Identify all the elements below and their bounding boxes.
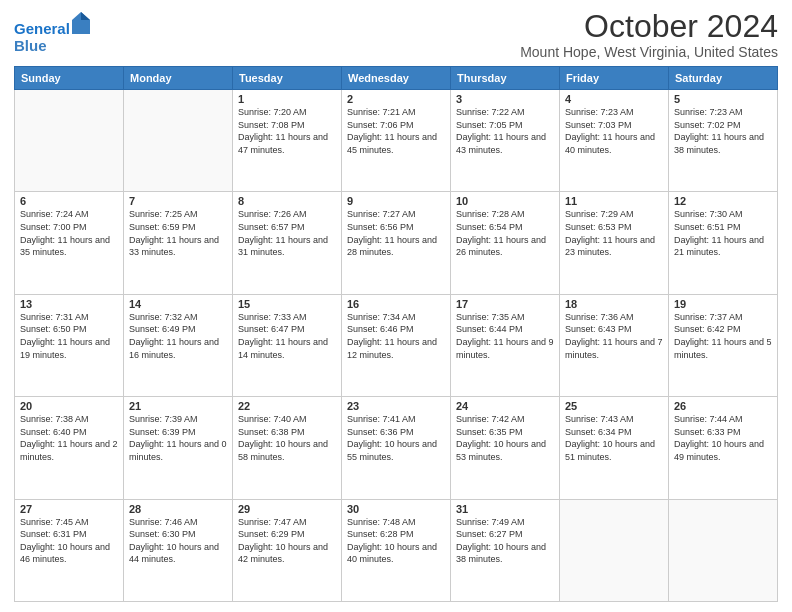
day-info: Sunrise: 7:32 AM Sunset: 6:49 PM Dayligh… [129, 311, 227, 361]
day-cell [15, 90, 124, 192]
day-number: 27 [20, 503, 118, 515]
day-info: Sunrise: 7:39 AM Sunset: 6:39 PM Dayligh… [129, 413, 227, 463]
day-info: Sunrise: 7:23 AM Sunset: 7:03 PM Dayligh… [565, 106, 663, 156]
day-cell [669, 499, 778, 601]
week-row-4: 20Sunrise: 7:38 AM Sunset: 6:40 PM Dayli… [15, 397, 778, 499]
day-cell: 29Sunrise: 7:47 AM Sunset: 6:29 PM Dayli… [233, 499, 342, 601]
logo-general: General [14, 20, 70, 37]
day-number: 1 [238, 93, 336, 105]
logo-text: GeneralBlue [14, 14, 90, 54]
day-cell: 11Sunrise: 7:29 AM Sunset: 6:53 PM Dayli… [560, 192, 669, 294]
day-cell: 5Sunrise: 7:23 AM Sunset: 7:02 PM Daylig… [669, 90, 778, 192]
day-cell: 4Sunrise: 7:23 AM Sunset: 7:03 PM Daylig… [560, 90, 669, 192]
day-info: Sunrise: 7:47 AM Sunset: 6:29 PM Dayligh… [238, 516, 336, 566]
day-info: Sunrise: 7:38 AM Sunset: 6:40 PM Dayligh… [20, 413, 118, 463]
day-cell: 22Sunrise: 7:40 AM Sunset: 6:38 PM Dayli… [233, 397, 342, 499]
day-cell: 21Sunrise: 7:39 AM Sunset: 6:39 PM Dayli… [124, 397, 233, 499]
day-info: Sunrise: 7:43 AM Sunset: 6:34 PM Dayligh… [565, 413, 663, 463]
day-info: Sunrise: 7:30 AM Sunset: 6:51 PM Dayligh… [674, 208, 772, 258]
day-number: 28 [129, 503, 227, 515]
col-header-sunday: Sunday [15, 67, 124, 90]
day-cell: 31Sunrise: 7:49 AM Sunset: 6:27 PM Dayli… [451, 499, 560, 601]
day-number: 17 [456, 298, 554, 310]
day-number: 26 [674, 400, 772, 412]
calendar-title: October 2024 [520, 10, 778, 42]
day-number: 8 [238, 195, 336, 207]
col-header-friday: Friday [560, 67, 669, 90]
calendar-header-row: SundayMondayTuesdayWednesdayThursdayFrid… [15, 67, 778, 90]
day-info: Sunrise: 7:29 AM Sunset: 6:53 PM Dayligh… [565, 208, 663, 258]
day-number: 10 [456, 195, 554, 207]
day-info: Sunrise: 7:46 AM Sunset: 6:30 PM Dayligh… [129, 516, 227, 566]
day-number: 7 [129, 195, 227, 207]
day-cell [560, 499, 669, 601]
day-cell: 30Sunrise: 7:48 AM Sunset: 6:28 PM Dayli… [342, 499, 451, 601]
day-number: 2 [347, 93, 445, 105]
week-row-1: 1Sunrise: 7:20 AM Sunset: 7:08 PM Daylig… [15, 90, 778, 192]
day-info: Sunrise: 7:22 AM Sunset: 7:05 PM Dayligh… [456, 106, 554, 156]
day-number: 31 [456, 503, 554, 515]
day-cell: 14Sunrise: 7:32 AM Sunset: 6:49 PM Dayli… [124, 294, 233, 396]
day-cell: 23Sunrise: 7:41 AM Sunset: 6:36 PM Dayli… [342, 397, 451, 499]
day-cell: 10Sunrise: 7:28 AM Sunset: 6:54 PM Dayli… [451, 192, 560, 294]
day-info: Sunrise: 7:28 AM Sunset: 6:54 PM Dayligh… [456, 208, 554, 258]
day-info: Sunrise: 7:34 AM Sunset: 6:46 PM Dayligh… [347, 311, 445, 361]
day-info: Sunrise: 7:20 AM Sunset: 7:08 PM Dayligh… [238, 106, 336, 156]
day-info: Sunrise: 7:45 AM Sunset: 6:31 PM Dayligh… [20, 516, 118, 566]
day-number: 13 [20, 298, 118, 310]
logo-blue: Blue [14, 37, 47, 54]
week-row-5: 27Sunrise: 7:45 AM Sunset: 6:31 PM Dayli… [15, 499, 778, 601]
week-row-2: 6Sunrise: 7:24 AM Sunset: 7:00 PM Daylig… [15, 192, 778, 294]
day-info: Sunrise: 7:26 AM Sunset: 6:57 PM Dayligh… [238, 208, 336, 258]
day-cell: 2Sunrise: 7:21 AM Sunset: 7:06 PM Daylig… [342, 90, 451, 192]
day-info: Sunrise: 7:21 AM Sunset: 7:06 PM Dayligh… [347, 106, 445, 156]
day-cell: 15Sunrise: 7:33 AM Sunset: 6:47 PM Dayli… [233, 294, 342, 396]
day-cell: 24Sunrise: 7:42 AM Sunset: 6:35 PM Dayli… [451, 397, 560, 499]
col-header-saturday: Saturday [669, 67, 778, 90]
day-number: 16 [347, 298, 445, 310]
day-cell: 8Sunrise: 7:26 AM Sunset: 6:57 PM Daylig… [233, 192, 342, 294]
day-cell: 6Sunrise: 7:24 AM Sunset: 7:00 PM Daylig… [15, 192, 124, 294]
day-info: Sunrise: 7:33 AM Sunset: 6:47 PM Dayligh… [238, 311, 336, 361]
day-cell [124, 90, 233, 192]
day-number: 11 [565, 195, 663, 207]
day-info: Sunrise: 7:23 AM Sunset: 7:02 PM Dayligh… [674, 106, 772, 156]
logo-icon [72, 12, 90, 34]
day-cell: 27Sunrise: 7:45 AM Sunset: 6:31 PM Dayli… [15, 499, 124, 601]
day-number: 5 [674, 93, 772, 105]
day-info: Sunrise: 7:49 AM Sunset: 6:27 PM Dayligh… [456, 516, 554, 566]
day-info: Sunrise: 7:31 AM Sunset: 6:50 PM Dayligh… [20, 311, 118, 361]
calendar-table: SundayMondayTuesdayWednesdayThursdayFrid… [14, 66, 778, 602]
day-cell: 18Sunrise: 7:36 AM Sunset: 6:43 PM Dayli… [560, 294, 669, 396]
day-cell: 12Sunrise: 7:30 AM Sunset: 6:51 PM Dayli… [669, 192, 778, 294]
page: GeneralBlue October 2024 Mount Hope, Wes… [0, 0, 792, 612]
day-info: Sunrise: 7:35 AM Sunset: 6:44 PM Dayligh… [456, 311, 554, 361]
day-number: 20 [20, 400, 118, 412]
day-cell: 3Sunrise: 7:22 AM Sunset: 7:05 PM Daylig… [451, 90, 560, 192]
day-cell: 26Sunrise: 7:44 AM Sunset: 6:33 PM Dayli… [669, 397, 778, 499]
day-info: Sunrise: 7:37 AM Sunset: 6:42 PM Dayligh… [674, 311, 772, 361]
day-info: Sunrise: 7:25 AM Sunset: 6:59 PM Dayligh… [129, 208, 227, 258]
day-cell: 16Sunrise: 7:34 AM Sunset: 6:46 PM Dayli… [342, 294, 451, 396]
day-cell: 20Sunrise: 7:38 AM Sunset: 6:40 PM Dayli… [15, 397, 124, 499]
day-cell: 1Sunrise: 7:20 AM Sunset: 7:08 PM Daylig… [233, 90, 342, 192]
day-info: Sunrise: 7:48 AM Sunset: 6:28 PM Dayligh… [347, 516, 445, 566]
day-number: 6 [20, 195, 118, 207]
svg-marker-1 [81, 12, 90, 20]
day-cell: 7Sunrise: 7:25 AM Sunset: 6:59 PM Daylig… [124, 192, 233, 294]
day-number: 30 [347, 503, 445, 515]
day-number: 12 [674, 195, 772, 207]
day-number: 14 [129, 298, 227, 310]
header: GeneralBlue October 2024 Mount Hope, Wes… [14, 10, 778, 60]
col-header-monday: Monday [124, 67, 233, 90]
col-header-thursday: Thursday [451, 67, 560, 90]
day-number: 19 [674, 298, 772, 310]
day-number: 29 [238, 503, 336, 515]
day-number: 23 [347, 400, 445, 412]
day-number: 18 [565, 298, 663, 310]
day-number: 22 [238, 400, 336, 412]
day-cell: 25Sunrise: 7:43 AM Sunset: 6:34 PM Dayli… [560, 397, 669, 499]
day-number: 4 [565, 93, 663, 105]
day-number: 9 [347, 195, 445, 207]
day-cell: 17Sunrise: 7:35 AM Sunset: 6:44 PM Dayli… [451, 294, 560, 396]
